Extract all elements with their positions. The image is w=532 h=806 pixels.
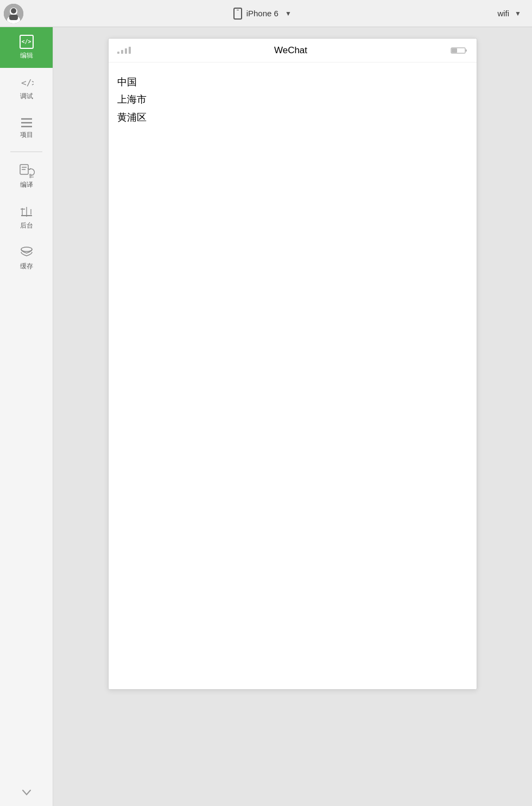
sidebar-item-compile[interactable]: 编译 — [0, 156, 53, 197]
phone-status-icons — [451, 47, 468, 54]
sidebar-compile-label: 编译 — [20, 180, 33, 190]
wifi-dropdown-arrow[interactable]: ▼ — [515, 10, 521, 17]
signal-bar-2 — [121, 50, 123, 54]
signal-bar-1 — [117, 52, 119, 54]
svg-rect-4 — [9, 15, 18, 20]
sidebar-item-editor[interactable]: </> 编辑 — [0, 27, 53, 68]
editor-icon: </> — [20, 35, 34, 49]
device-name-label: iPhone 6 — [246, 9, 278, 18]
project-icon — [20, 116, 34, 128]
sidebar-editor-label: 编辑 — [20, 51, 33, 60]
wifi-label: wifi — [497, 9, 509, 18]
sidebar-item-backend[interactable]: 后台 — [0, 197, 53, 238]
signal-indicator — [117, 47, 131, 54]
svg-point-12 — [29, 174, 31, 176]
sidebar: </> 编辑 </> 调试 项目 — [0, 27, 53, 806]
main-content: </> 编辑 </> 调试 项目 — [0, 27, 532, 806]
sidebar-divider — [10, 152, 42, 152]
svg-text:</>: </> — [21, 78, 34, 88]
sidebar-debug-label: 调试 — [20, 92, 33, 101]
phone-title: WeChat — [131, 45, 451, 56]
wifi-selector[interactable]: wifi ▼ — [497, 9, 521, 18]
phone-icon — [233, 8, 242, 20]
content-line-3: 黄浦区 — [117, 109, 468, 126]
sidebar-more-button[interactable] — [0, 783, 53, 802]
content-text: 中国 上海市 黄浦区 — [117, 73, 468, 126]
svg-point-21 — [21, 247, 32, 251]
content-line-1: 中国 — [117, 73, 468, 91]
phone-content: 中国 上海市 黄浦区 — [109, 62, 477, 689]
battery-icon — [451, 47, 468, 54]
sidebar-cache-label: 缓存 — [20, 262, 33, 271]
cache-icon — [19, 245, 34, 260]
avatar — [4, 4, 23, 23]
phone-frame: WeChat 中国 上海市 黄浦区 — [108, 38, 477, 690]
compile-icon — [18, 164, 35, 178]
backend-icon — [20, 205, 34, 219]
avatar-container[interactable] — [0, 0, 27, 27]
svg-rect-23 — [465, 49, 467, 52]
svg-rect-24 — [452, 48, 457, 53]
sidebar-project-label: 项目 — [20, 130, 33, 140]
device-selector[interactable]: iPhone 6 ▼ — [27, 8, 497, 20]
sidebar-item-project[interactable]: 项目 — [0, 109, 53, 147]
svg-point-3 — [11, 8, 16, 14]
sidebar-item-debug[interactable]: </> 调试 — [0, 68, 53, 109]
svg-point-14 — [29, 176, 31, 178]
sidebar-item-cache[interactable]: 缓存 — [0, 238, 53, 279]
preview-area: WeChat 中国 上海市 黄浦区 — [53, 27, 532, 806]
debug-icon: </> — [20, 75, 34, 90]
signal-bar-3 — [125, 48, 127, 54]
top-bar: iPhone 6 ▼ wifi ▼ — [0, 0, 532, 27]
content-line-2: 上海市 — [117, 91, 468, 108]
sidebar-backend-label: 后台 — [20, 221, 33, 230]
phone-status-bar: WeChat — [109, 39, 477, 62]
device-dropdown-arrow[interactable]: ▼ — [285, 10, 292, 17]
